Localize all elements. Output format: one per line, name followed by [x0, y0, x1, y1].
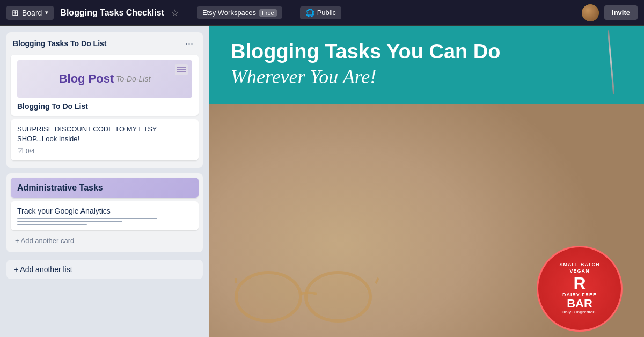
- icon-line-1: [177, 67, 186, 68]
- badge-ingredients: Only 3 ingredier...: [561, 310, 597, 315]
- avatar-image: [582, 4, 599, 21]
- left-panel: Blogging Tasks To Do List ··· Blog Post …: [0, 26, 209, 337]
- card-analytics-title: Track your Google Analytics: [17, 207, 192, 215]
- card-analytics-lines: [17, 218, 192, 225]
- card-analytics[interactable]: Track your Google Analytics: [11, 201, 199, 230]
- main-content: Blogging Tasks To Do List ··· Blog Post …: [0, 26, 644, 337]
- workspace-label: Etsy Workspaces: [202, 9, 256, 17]
- free-badge: Free: [259, 9, 277, 17]
- list-admin-tasks: Administrative Tasks Track your Google A…: [6, 173, 203, 252]
- glasses-decoration: [225, 262, 386, 326]
- badge-main-letter: R: [573, 275, 586, 292]
- add-card-button[interactable]: + Add another card: [11, 233, 199, 248]
- badge-small-batch: SMALL BATCH: [559, 262, 599, 268]
- photo-background: Blogging Tasks You Can Do Wherever You A…: [209, 26, 644, 337]
- list-header-1: Blogging Tasks To Do List ···: [11, 36, 199, 50]
- glasses-svg: [225, 262, 386, 326]
- analytics-line-1: [17, 218, 157, 219]
- board-button[interactable]: ⊞ Board ▾: [6, 6, 54, 20]
- card-title-1: Blogging To Do List: [17, 102, 192, 111]
- checkbox-icon: ☑: [17, 147, 24, 155]
- card-admin-title: Administrative Tasks: [17, 183, 103, 192]
- invite-button[interactable]: Invite: [604, 5, 638, 20]
- svg-line-3: [376, 278, 378, 283]
- board-grid-icon: ⊞: [12, 8, 19, 18]
- card-discount[interactable]: SURPRISE DISCOUNT CODE TO MY ETSY SHOP..…: [11, 119, 199, 160]
- teal-banner: Blogging Tasks You Can Do Wherever You A…: [209, 26, 644, 104]
- public-button[interactable]: 🌐 Public: [300, 6, 341, 19]
- list-blogging-tasks: Blogging Tasks To Do List ··· Blog Post …: [6, 32, 203, 168]
- board-label: Board: [22, 9, 42, 17]
- badge-bar: BAR: [567, 298, 592, 310]
- star-icon[interactable]: ☆: [171, 7, 179, 19]
- banner-line1: Blogging Tasks You Can Do: [231, 41, 623, 63]
- workspace-button[interactable]: Etsy Workspaces Free: [197, 6, 282, 19]
- thumbnail-script: To-Do-List: [116, 75, 150, 83]
- card-admin-tasks[interactable]: Administrative Tasks: [11, 178, 199, 198]
- icon-line-2: [177, 69, 186, 70]
- red-badge: SMALL BATCH VEGAN R DAIRY FREE BAR Only …: [537, 246, 623, 332]
- card-discount-text: SURPRISE DISCOUNT CODE TO MY ETSY SHOP..…: [17, 124, 192, 144]
- avatar[interactable]: [582, 4, 599, 21]
- right-panel: Blogging Tasks You Can Do Wherever You A…: [209, 26, 644, 337]
- board-title: Blogging Tasks Checklist: [60, 8, 164, 18]
- analytics-line-2: [17, 221, 122, 222]
- analytics-line-3: [17, 224, 87, 225]
- icon-line-3: [177, 71, 186, 72]
- card-checklist-badge: ☑ 0/4: [17, 147, 192, 155]
- chevron-down-icon: ▾: [45, 9, 48, 16]
- thumbnail-title: Blog Post: [59, 72, 114, 86]
- card-thumbnail: Blog Post To-Do-List: [17, 60, 192, 98]
- public-label: Public: [317, 9, 336, 17]
- divider: [188, 6, 188, 19]
- divider2: [291, 6, 291, 19]
- card-icon: [175, 64, 188, 75]
- topbar: ⊞ Board ▾ Blogging Tasks Checklist ☆ Ets…: [0, 0, 644, 26]
- list-menu-button-1[interactable]: ···: [182, 38, 196, 49]
- banner-line2: Wherever You Are!: [231, 65, 623, 89]
- svg-point-5: [308, 275, 368, 319]
- topbar-right: Invite: [582, 4, 638, 21]
- globe-icon: 🌐: [305, 9, 314, 17]
- svg-point-4: [238, 275, 298, 319]
- checklist-count: 0/4: [26, 148, 35, 155]
- card-blog-post[interactable]: Blog Post To-Do-List Blogging To Do List: [11, 55, 199, 116]
- list-title-1: Blogging Tasks To Do List: [13, 39, 106, 48]
- add-list-button[interactable]: + Add another list: [6, 260, 203, 279]
